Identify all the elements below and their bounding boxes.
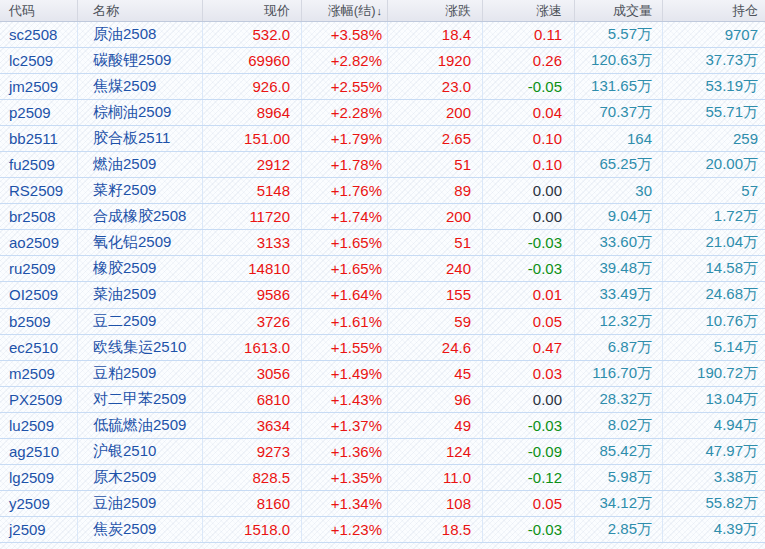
cell-name: 对二甲苯2509 bbox=[78, 387, 203, 412]
cell-volume: 9.04万 bbox=[575, 204, 663, 229]
column-header-price[interactable]: 现价 bbox=[203, 0, 302, 21]
cell-change: 2.65 bbox=[388, 126, 483, 151]
cell-change: 51 bbox=[388, 152, 483, 177]
cell-price: 69960 bbox=[203, 48, 302, 73]
quote-row-m2509[interactable]: m2509豆粕25093056+1.49%450.03116.70万190.72… bbox=[0, 361, 765, 387]
column-header-open-interest[interactable]: 持仓 bbox=[663, 0, 765, 21]
cell-volume: 65.25万 bbox=[575, 152, 663, 177]
cell-speed: 0.00 bbox=[483, 204, 575, 229]
quote-row-RS2509[interactable]: RS2509菜籽25095148+1.76%890.003057 bbox=[0, 178, 765, 204]
quote-row-lu2509[interactable]: lu2509低硫燃油25093634+1.37%49-0.038.02万4.94… bbox=[0, 413, 765, 439]
cell-change: 108 bbox=[388, 491, 483, 516]
column-header-change-pct[interactable]: 涨幅(结)↓ bbox=[302, 0, 388, 21]
column-header-label: 持仓 bbox=[732, 2, 758, 20]
cell-volume: 5.57万 bbox=[575, 22, 663, 47]
cell-change: 49 bbox=[388, 413, 483, 438]
cell-code: m2509 bbox=[0, 361, 78, 386]
cell-volume: 6.87万 bbox=[575, 335, 663, 360]
column-header-label: 名称 bbox=[93, 2, 119, 20]
cell-change-pct: +1.35% bbox=[302, 465, 388, 490]
cell-name: 氧化铝2509 bbox=[78, 230, 203, 255]
quote-row-ec2510[interactable]: ec2510欧线集运25101613.0+1.55%24.60.476.87万5… bbox=[0, 335, 765, 361]
quote-row-lg2509[interactable]: lg2509原木2509828.5+1.35%11.0-0.125.98万3.3… bbox=[0, 465, 765, 491]
cell-name: 低硫燃油2509 bbox=[78, 413, 203, 438]
quote-row-b2509[interactable]: b2509豆二25093726+1.61%590.0512.32万10.76万 bbox=[0, 309, 765, 335]
cell-change: 1920 bbox=[388, 48, 483, 73]
cell-open-interest: 10.76万 bbox=[663, 309, 765, 334]
cell-code: ao2509 bbox=[0, 230, 78, 255]
quote-row-ru2509[interactable]: ru2509橡胶250914810+1.65%240-0.0339.48万14.… bbox=[0, 256, 765, 282]
column-header-label: 成交量 bbox=[613, 2, 652, 20]
table-header-row: 代码名称现价涨幅(结)↓涨跌涨速成交量持仓 bbox=[0, 0, 765, 22]
column-header-name[interactable]: 名称 bbox=[78, 0, 203, 21]
cell-speed: 0.00 bbox=[483, 178, 575, 203]
cell-change: 155 bbox=[388, 282, 483, 307]
cell-code: ru2509 bbox=[0, 256, 78, 281]
cell-open-interest: 47.97万 bbox=[663, 439, 765, 464]
quote-row-y2509[interactable]: y2509豆油25098160+1.34%1080.0534.12万55.82万 bbox=[0, 491, 765, 517]
quote-row-bb2511[interactable]: bb2511胶合板2511151.00+1.79%2.650.10164259 bbox=[0, 126, 765, 152]
cell-change: 96 bbox=[388, 387, 483, 412]
cell-price: 8964 bbox=[203, 100, 302, 125]
cell-open-interest: 3.38万 bbox=[663, 465, 765, 490]
quote-row-PX2509[interactable]: PX2509对二甲苯25096810+1.43%960.0028.32万13.0… bbox=[0, 387, 765, 413]
cell-change: 200 bbox=[388, 204, 483, 229]
quote-row-ag2510[interactable]: ag2510沪银25109273+1.36%124-0.0985.42万47.9… bbox=[0, 439, 765, 465]
cell-code: j2509 bbox=[0, 517, 78, 542]
quote-row-p2509[interactable]: p2509棕榈油25098964+2.28%2000.0470.37万55.71… bbox=[0, 100, 765, 126]
cell-price: 2912 bbox=[203, 152, 302, 177]
cell-price: 9273 bbox=[203, 439, 302, 464]
quote-row-sc2508[interactable]: sc2508原油2508532.0+3.58%18.40.115.57万9707 bbox=[0, 22, 765, 48]
cell-speed: 0.05 bbox=[483, 491, 575, 516]
cell-code: lc2509 bbox=[0, 48, 78, 73]
cell-name: 豆油2509 bbox=[78, 491, 203, 516]
quote-row-OI2509[interactable]: OI2509菜油25099586+1.64%1550.0133.49万24.68… bbox=[0, 282, 765, 308]
cell-change-pct: +1.79% bbox=[302, 126, 388, 151]
cell-open-interest: 4.94万 bbox=[663, 413, 765, 438]
cell-change: 124 bbox=[388, 439, 483, 464]
cell-name: 胶合板2511 bbox=[78, 126, 203, 151]
cell-name: 焦炭2509 bbox=[78, 517, 203, 542]
cell-change-pct: +2.82% bbox=[302, 48, 388, 73]
quote-row-fu2509[interactable]: fu2509燃油25092912+1.78%510.1065.25万20.00万 bbox=[0, 152, 765, 178]
cell-speed: -0.09 bbox=[483, 439, 575, 464]
column-header-speed[interactable]: 涨速 bbox=[483, 0, 575, 21]
cell-price: 11720 bbox=[203, 204, 302, 229]
cell-price: 151.00 bbox=[203, 126, 302, 151]
quote-row-jm2509[interactable]: jm2509焦煤2509926.0+2.55%23.0-0.05131.65万5… bbox=[0, 74, 765, 100]
cell-change-pct: +1.23% bbox=[302, 517, 388, 542]
column-header-label: 现价 bbox=[264, 2, 290, 20]
cell-name: 碳酸锂2509 bbox=[78, 48, 203, 73]
cell-name: 燃油2509 bbox=[78, 152, 203, 177]
quote-row-br2508[interactable]: br2508合成橡胶250811720+1.74%2000.009.04万1.7… bbox=[0, 204, 765, 230]
cell-volume: 120.63万 bbox=[575, 48, 663, 73]
sort-desc-icon: ↓ bbox=[377, 5, 383, 17]
cell-open-interest: 14.58万 bbox=[663, 256, 765, 281]
cell-change-pct: +2.28% bbox=[302, 100, 388, 125]
cell-change: 240 bbox=[388, 256, 483, 281]
cell-price: 828.5 bbox=[203, 465, 302, 490]
cell-open-interest: 4.39万 bbox=[663, 517, 765, 542]
cell-price: 3634 bbox=[203, 413, 302, 438]
cell-code: lg2509 bbox=[0, 465, 78, 490]
cell-volume: 116.70万 bbox=[575, 361, 663, 386]
quote-row-lc2509[interactable]: lc2509碳酸锂250969960+2.82%19200.26120.63万3… bbox=[0, 48, 765, 74]
column-header-code[interactable]: 代码 bbox=[0, 0, 78, 21]
cell-name: 豆粕2509 bbox=[78, 361, 203, 386]
cell-code: br2508 bbox=[0, 204, 78, 229]
column-header-volume[interactable]: 成交量 bbox=[575, 0, 663, 21]
cell-open-interest: 57 bbox=[663, 178, 765, 203]
cell-volume: 5.98万 bbox=[575, 465, 663, 490]
cell-speed: 0.47 bbox=[483, 335, 575, 360]
quote-row-ao2509[interactable]: ao2509氧化铝25093133+1.65%51-0.0333.60万21.0… bbox=[0, 230, 765, 256]
cell-change-pct: +1.43% bbox=[302, 387, 388, 412]
cell-name: 沪银2510 bbox=[78, 439, 203, 464]
cell-open-interest: 53.19万 bbox=[663, 74, 765, 99]
cell-speed: 0.10 bbox=[483, 126, 575, 151]
column-header-change[interactable]: 涨跌 bbox=[388, 0, 483, 21]
cell-speed: -0.05 bbox=[483, 74, 575, 99]
cell-speed: 0.26 bbox=[483, 48, 575, 73]
cell-code: fu2509 bbox=[0, 152, 78, 177]
cell-speed: -0.03 bbox=[483, 256, 575, 281]
quote-row-j2509[interactable]: j2509焦炭25091518.0+1.23%18.5-0.032.85万4.3… bbox=[0, 517, 765, 543]
